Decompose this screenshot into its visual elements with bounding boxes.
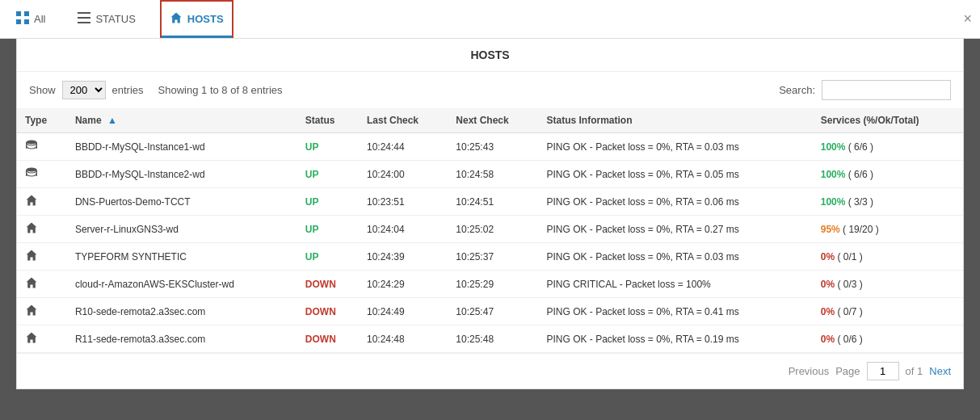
top-bar: All STATUS HOSTS × (0, 0, 980, 39)
svg-point-8 (27, 168, 37, 172)
tab-all-label: All (34, 13, 45, 25)
cell-status-info: PING OK - Packet loss = 0%, RTA = 0.19 m… (538, 326, 812, 353)
tab-all[interactable]: All (8, 0, 53, 38)
cell-next-check: 10:25:43 (448, 133, 538, 161)
sort-asc-icon: ▲ (107, 115, 117, 126)
grid-icon (16, 11, 29, 27)
cell-next-check: 10:25:37 (448, 243, 538, 271)
cell-last-check: 10:24:49 (359, 298, 448, 326)
cell-services: 100% ( 3/3 ) (813, 188, 963, 216)
cell-status: DOWN (297, 298, 359, 326)
cell-name: R10-sede-remota2.a3sec.com (67, 298, 297, 326)
host-icon (25, 194, 38, 207)
tab-hosts[interactable]: HOSTS (160, 0, 233, 38)
svg-rect-6 (78, 22, 90, 23)
cell-services: 95% ( 19/20 ) (813, 216, 963, 243)
host-icon (25, 304, 38, 317)
table-row: TYPEFORM SYNTHETIC UP 10:24:39 10:25:37 … (17, 243, 963, 271)
cell-name: DNS-Puertos-Demo-TCCT (67, 188, 297, 216)
col-status[interactable]: Status (297, 108, 359, 133)
col-services[interactable]: Services (%/Ok/Total) (813, 108, 963, 133)
cell-status: DOWN (297, 326, 359, 353)
cell-status-info: PING OK - Packet loss = 0%, RTA = 0.41 m… (538, 298, 812, 326)
database-icon (25, 166, 38, 179)
cell-last-check: 10:24:44 (359, 133, 448, 161)
table-controls: Show 200 10 25 50 100 entries Showing 1 … (17, 72, 963, 108)
panel-title: HOSTS (17, 39, 963, 72)
hosts-panel: HOSTS Show 200 10 25 50 100 entries Show… (16, 39, 964, 389)
tab-status-label: STATUS (95, 13, 135, 25)
cell-status: UP (297, 216, 359, 243)
cell-next-check: 10:25:47 (448, 298, 538, 326)
cell-type (17, 161, 67, 188)
cell-name: BBDD-r-MySQL-Instance2-wd (67, 161, 297, 188)
cell-status-info: PING OK - Packet loss = 0%, RTA = 0.03 m… (538, 133, 812, 161)
table-row: DNS-Puertos-Demo-TCCT UP 10:23:51 10:24:… (17, 188, 963, 216)
database-icon (25, 139, 38, 152)
svg-point-7 (27, 141, 37, 145)
cell-status: UP (297, 161, 359, 188)
previous-button[interactable]: Previous (789, 365, 830, 377)
cell-last-check: 10:24:29 (359, 271, 448, 298)
cell-type (17, 216, 67, 243)
cell-last-check: 10:23:51 (359, 188, 448, 216)
cell-status-info: PING OK - Packet loss = 0%, RTA = 0.06 m… (538, 188, 812, 216)
cell-services: 0% ( 0/3 ) (813, 271, 963, 298)
cell-status-info: PING OK - Packet loss = 0%, RTA = 0.27 m… (538, 216, 812, 243)
host-icon (25, 221, 38, 234)
next-button[interactable]: Next (929, 365, 951, 377)
cell-name: TYPEFORM SYNTHETIC (67, 243, 297, 271)
table-row: R11-sede-remota3.a3sec.com DOWN 10:24:48… (17, 326, 963, 353)
showing-info: Showing 1 to 8 of 8 entries (158, 84, 283, 96)
entries-label: entries (112, 84, 144, 96)
page-input[interactable] (867, 362, 899, 380)
cell-next-check: 10:25:29 (448, 271, 538, 298)
cell-last-check: 10:24:00 (359, 161, 448, 188)
cell-type (17, 188, 67, 216)
tab-hosts-label: HOSTS (187, 13, 224, 25)
search-input[interactable] (822, 80, 951, 100)
col-next-check[interactable]: Next Check (448, 108, 538, 133)
cell-status-info: PING OK - Packet loss = 0%, RTA = 0.03 m… (538, 243, 812, 271)
table-row: R10-sede-remota2.a3sec.com DOWN 10:24:49… (17, 298, 963, 326)
hosts-table: Type Name ▲ Status Last Check Next Check… (17, 108, 963, 353)
host-icon (25, 331, 38, 344)
page-label: Page (835, 365, 860, 377)
svg-rect-4 (78, 12, 90, 14)
host-icon (25, 276, 38, 289)
svg-rect-5 (78, 17, 90, 19)
search-area: Search: (779, 80, 951, 100)
cell-type (17, 243, 67, 271)
cell-type (17, 298, 67, 326)
cell-next-check: 10:25:02 (448, 216, 538, 243)
cell-services: 0% ( 0/7 ) (813, 298, 963, 326)
show-label: Show (29, 84, 56, 96)
cell-type (17, 326, 67, 353)
svg-rect-1 (24, 11, 29, 16)
table-header-row: Type Name ▲ Status Last Check Next Check… (17, 108, 963, 133)
col-status-info[interactable]: Status Information (538, 108, 812, 133)
host-icon (25, 249, 38, 262)
table-row: Server-r-LinuxGNS3-wd UP 10:24:04 10:25:… (17, 216, 963, 243)
entries-select[interactable]: 200 10 25 50 100 (62, 81, 106, 99)
search-label: Search: (779, 84, 815, 96)
tab-status[interactable]: STATUS (69, 0, 143, 38)
cell-status: UP (297, 188, 359, 216)
close-button[interactable]: × (963, 10, 972, 27)
pagination: Previous Page of 1 Next (17, 353, 963, 388)
cell-status: DOWN (297, 271, 359, 298)
col-name[interactable]: Name ▲ (67, 108, 297, 133)
cell-name: BBDD-r-MySQL-Instance1-wd (67, 133, 297, 161)
cell-status-info: PING OK - Packet loss = 0%, RTA = 0.05 m… (538, 161, 812, 188)
cell-status: UP (297, 133, 359, 161)
of-label: of 1 (906, 365, 923, 377)
cell-status: UP (297, 243, 359, 271)
cell-type (17, 271, 67, 298)
cell-name: cloud-r-AmazonAWS-EKSCluster-wd (67, 271, 297, 298)
table-row: cloud-r-AmazonAWS-EKSCluster-wd DOWN 10:… (17, 271, 963, 298)
cell-last-check: 10:24:39 (359, 243, 448, 271)
col-type[interactable]: Type (17, 108, 67, 133)
table-row: BBDD-r-MySQL-Instance1-wd UP 10:24:44 10… (17, 133, 963, 161)
cell-services: 100% ( 6/6 ) (813, 133, 963, 161)
col-last-check[interactable]: Last Check (359, 108, 448, 133)
